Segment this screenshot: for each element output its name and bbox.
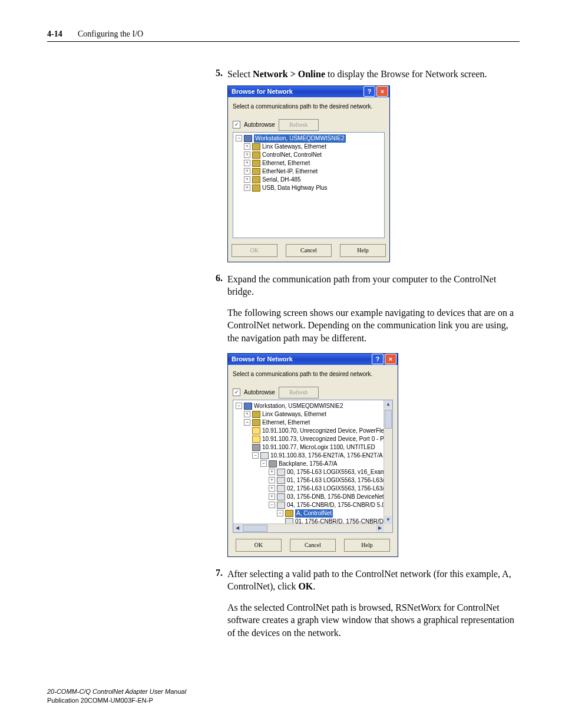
tree-item[interactable]: 04, 1756-CNBR/D, 1756-CNBR/D 5.051 Bui [287,501,393,509]
tree-item[interactable]: 10.91.100.70, Unrecognized Device, Power… [262,427,393,435]
scroll-down-icon[interactable]: ▼ [384,516,392,524]
tree-item[interactable]: 10.91.100.83, 1756-EN2T/A, 1756-EN2T/A [270,452,383,460]
expand-icon[interactable]: + [269,469,275,475]
manual-title: 20-COMM-C/Q ControlNet Adapter User Manu… [47,687,186,696]
scroll-left-icon[interactable]: ◀ [233,524,242,532]
unknown-device-icon [252,436,260,443]
paragraph: The following screen shows our example n… [227,307,520,345]
refresh-button[interactable]: Refresh [279,119,319,131]
ok-button[interactable]: OK [232,244,277,257]
network-icon [252,143,260,150]
expand-icon[interactable]: + [244,185,250,191]
tree-item[interactable]: ControlNet, ControlNet [262,151,322,159]
tree-item[interactable]: 10.91.100.77, MicroLogix 1100, UNTITLED [262,443,375,452]
tree-item[interactable]: 00, 1756-L63 LOGIX5563, v16_Example_La [287,468,393,476]
help-button[interactable]: Help [344,539,390,552]
collapse-icon[interactable]: − [260,460,267,467]
step-text: Select Network > Online to display the B… [227,68,487,81]
browse-network-dialog-1: Browse for Network ? × Select a communic… [227,85,390,262]
module-icon [277,485,285,492]
tree-item[interactable]: USB, Data Highway Plus [262,184,328,192]
expand-icon[interactable]: + [244,160,250,166]
toolbar: ✓ Autobrowse Refresh [233,119,385,131]
help-button[interactable]: Help [340,244,386,257]
tree-item[interactable]: Linx Gateways, Ethernet [262,143,326,151]
expand-icon[interactable]: + [244,168,250,174]
expand-icon[interactable]: + [244,176,250,183]
scrollbar-corner [384,524,392,532]
tree-item[interactable]: EtherNet-IP, Ethernet [262,167,318,176]
vertical-scrollbar[interactable]: ▲▼ [384,400,392,524]
cancel-button[interactable]: Cancel [286,244,332,257]
expand-icon[interactable]: + [244,143,250,150]
network-icon [252,419,260,426]
pc-icon [244,135,252,142]
module-icon [277,493,285,500]
cancel-button[interactable]: Cancel [290,539,336,552]
tree-item[interactable]: 03, 1756-DNB, 1756-DNB DeviceNet Scann [287,493,393,501]
tree-root[interactable]: Workstation, USMEQDMWISNIE2 [254,134,346,143]
tree-item[interactable]: Backplane, 1756-A7/A [279,460,338,468]
button-row: OK Cancel Help [233,539,393,552]
help-icon[interactable]: ? [363,86,375,97]
expand-icon[interactable]: + [244,151,250,158]
module-icon [277,477,285,484]
close-icon[interactable]: × [385,354,396,364]
collapse-icon[interactable]: − [236,135,242,141]
module-icon [277,469,285,476]
page-number: 4-14 [47,29,78,39]
publication-number: Publication 20COMM-UM003F-EN-P [47,696,186,704]
dialog-title: Browse for Network [232,355,293,363]
step-number: 6. [206,273,223,298]
tree-item[interactable]: 02, 1756-L63 LOGIX5563, 1756-L63/A L6x [287,485,393,493]
expand-icon[interactable]: + [269,477,275,483]
scrollbar-thumb[interactable] [385,410,392,429]
collapse-icon[interactable]: − [277,510,283,516]
network-icon [252,168,260,175]
dialog-instruction: Select a communications path to the desi… [233,103,385,110]
tree-item[interactable]: 01, 1756-L63 LOGIX5563, 1756-L63/A L6x [287,476,393,485]
expand-icon[interactable]: + [244,411,250,417]
close-icon[interactable]: × [376,86,388,97]
tree-item[interactable]: Serial, DH-485 [262,176,301,184]
button-row: OK Cancel Help [233,244,385,257]
step-number: 5. [206,68,223,81]
network-tree[interactable]: −Workstation, USMEQDMWISNIE2 +Linx Gatew… [233,132,385,238]
tree-root[interactable]: Workstation, USMEQDMWISNIE2 [254,402,343,410]
network-icon [252,185,260,192]
collapse-icon[interactable]: − [236,403,242,409]
autobrowse-checkbox[interactable]: ✓ [233,121,240,129]
tree-item[interactable]: Ethernet, Ethernet [262,419,310,427]
title-bar: Browse for Network ? × [228,354,398,365]
tree-item-selected[interactable]: A, ControlNet [295,509,333,518]
horizontal-scrollbar[interactable]: ◀▶ [233,523,384,532]
scroll-up-icon[interactable]: ▲ [384,400,392,409]
text: to display the Browse for Network screen… [325,69,487,79]
text: . [313,581,315,591]
step-text: After selecting a valid path to the Cont… [227,568,520,593]
network-icon [252,160,260,167]
step-text: Expand the communication path from your … [227,273,520,298]
expand-icon[interactable]: + [269,485,275,492]
autobrowse-checkbox[interactable]: ✓ [233,388,240,396]
scroll-right-icon[interactable]: ▶ [376,524,384,532]
network-tree[interactable]: −Workstation, USMEQDMWISNIE2 +Linx Gatew… [233,400,393,533]
module-icon [260,452,269,459]
expand-icon[interactable]: + [269,493,275,500]
module-icon [277,502,285,509]
autobrowse-label: Autobrowse [244,121,275,128]
dialog-instruction: Select a communications path to the desi… [233,371,393,377]
ok-button[interactable]: OK [236,539,282,552]
refresh-button[interactable]: Refresh [279,387,319,398]
collapse-icon[interactable]: − [269,502,275,508]
backplane-icon [269,460,277,467]
tree-item[interactable]: Ethernet, Ethernet [262,159,310,167]
tree-item[interactable]: Linx Gateways, Ethernet [262,410,326,419]
unknown-device-icon [252,427,260,434]
help-icon[interactable]: ? [372,354,384,364]
collapse-icon[interactable]: − [244,419,250,426]
collapse-icon[interactable]: − [252,452,259,459]
scrollbar-thumb[interactable] [243,525,267,532]
tree-item[interactable]: 10.91.100.73, Unrecognized Device, Port … [262,435,393,443]
network-icon [285,510,293,517]
